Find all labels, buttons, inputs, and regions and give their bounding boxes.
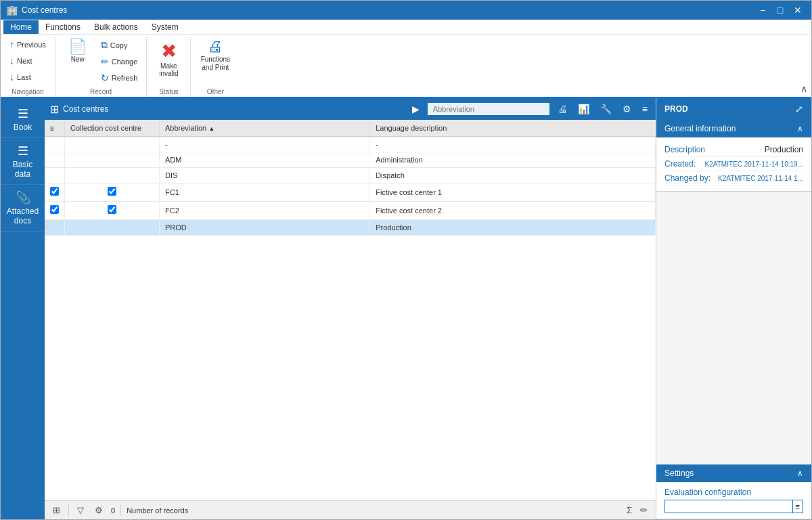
sidebar-item-basic-data[interactable]: ☰ Basic data (1, 138, 45, 185)
menu-bar: Home Functions Bulk actions System (1, 20, 811, 35)
changed-value: K2ATMITEC 2017-11-14 1... (718, 175, 803, 182)
change-button[interactable]: ✏ Change (97, 54, 141, 69)
ribbon-group-navigation: ↑ Previous ↓ Next ↓ Last Navigation (1, 37, 55, 97)
menu-item-functions[interactable]: Functions (39, 20, 87, 34)
col-abbreviation: FC2 (160, 202, 370, 220)
make-invalid-label: Make (160, 62, 177, 70)
col-language-desc: Dispatch (370, 168, 656, 183)
col-s (45, 220, 65, 236)
col-collection (65, 220, 160, 236)
col-s (45, 152, 65, 168)
refresh-icon: ↻ (101, 72, 109, 83)
previous-button[interactable]: ↑ Previous (6, 37, 49, 52)
col-header-language-desc[interactable]: Language description (370, 120, 656, 137)
chart-button[interactable]: 📊 (575, 102, 592, 116)
list-header: ⊞ Cost centres ▶ 🖨 📊 🔧 ⚙ ≡ (45, 98, 656, 120)
sidebar-attached-label: Attached (7, 207, 39, 216)
columns-button[interactable]: ⊞ (50, 504, 63, 517)
settings2-button[interactable]: ⚙ (92, 504, 106, 517)
table-row[interactable]: ADMAdministration (45, 152, 656, 168)
table-row[interactable]: -- (45, 137, 656, 152)
collection-checkbox[interactable] (108, 205, 116, 214)
col-header-collection[interactable]: Collection cost centre (65, 120, 160, 137)
table-row[interactable]: FC1Fictive cost center 1 (45, 183, 656, 202)
navigation-buttons: ↑ Previous ↓ Next ↓ Last (6, 37, 49, 85)
functions-print-button[interactable]: 🖨 Functionsand Print (196, 37, 234, 74)
col-language-desc: Administration (370, 152, 656, 168)
new-button[interactable]: 📄 New (61, 37, 95, 66)
col-abbreviation: DIS (160, 168, 370, 183)
ribbon-group-status: ✖ Make invalid Status (147, 37, 191, 97)
filter-count: 0 (111, 506, 115, 515)
col-header-s[interactable]: s (45, 120, 65, 137)
settings-title: Settings (664, 469, 694, 478)
maximize-button[interactable]: □ (772, 3, 788, 18)
new-icon: 📄 (68, 39, 87, 54)
record-buttons: 📄 New ⧉ Copy ✏ Change ↻ (61, 37, 141, 85)
table-row[interactable]: FC2Fictive cost center 2 (45, 202, 656, 220)
menu-button[interactable]: ≡ (639, 102, 650, 116)
col-header-abbreviation[interactable]: Abbreviation ▲ (160, 120, 370, 137)
col-abbreviation: - (160, 137, 370, 152)
right-panel-header: PROD ⤢ (656, 98, 811, 120)
col-s (45, 168, 65, 183)
change-label: Change (112, 58, 138, 66)
sidebar-item-book[interactable]: ☰ Book (1, 101, 45, 138)
copy-button[interactable]: ⧉ Copy (97, 37, 141, 53)
row-checkbox[interactable] (50, 205, 59, 214)
menu-item-bulk-actions[interactable]: Bulk actions (87, 20, 145, 34)
sidebar-book-label: Book (14, 123, 32, 132)
next-label: Next (17, 57, 32, 65)
refresh-button[interactable]: ↻ Refresh (97, 70, 141, 85)
minimize-button[interactable]: − (754, 3, 771, 18)
last-button[interactable]: ↓ Last (6, 70, 49, 85)
print-button[interactable]: 🖨 (555, 102, 570, 116)
sidebar: ☰ Book ☰ Basic data 📎 Attached docs (1, 98, 45, 519)
list-title-text: Cost centres (63, 104, 108, 114)
down-icon: ↓ (9, 56, 14, 66)
sidebar-basic-label: Basic (13, 160, 32, 169)
right-panel-expand[interactable]: ⤢ (795, 104, 803, 114)
table-row[interactable]: PRODProduction (45, 220, 656, 236)
list-title-icon: ⊞ (50, 103, 59, 116)
ribbon-collapse-button[interactable]: ∧ (796, 82, 811, 95)
window-controls: − □ ✕ (754, 3, 806, 18)
abbreviation-search[interactable] (428, 103, 549, 115)
collection-checkbox[interactable] (108, 187, 116, 196)
general-info-section: General information ∧ Description Produc… (656, 120, 811, 192)
created-row: Created: K2ATMITEC 2017-11-14 10:19... (664, 157, 803, 171)
row-checkbox[interactable] (50, 187, 59, 196)
col-language-desc: Production (370, 220, 656, 236)
sidebar-item-attached-docs[interactable]: 📎 Attached docs (1, 185, 45, 232)
eval-config-input[interactable] (664, 500, 793, 513)
tools-button[interactable]: 🔧 (597, 102, 614, 116)
record-col: ⧉ Copy ✏ Change ↻ Refresh (97, 37, 141, 85)
eval-config-menu-btn[interactable]: ≡ (793, 500, 803, 513)
general-info-header[interactable]: General information ∧ (656, 120, 811, 137)
ribbon: ↑ Previous ↓ Next ↓ Last Navigation (1, 35, 811, 98)
filter-button[interactable]: ▽ (74, 504, 87, 517)
list-title: ⊞ Cost centres (50, 103, 404, 116)
changed-label: Changed by: (664, 173, 710, 183)
eval-config-label: Evaluation configuration (664, 488, 803, 497)
make-invalid-button[interactable]: ✖ Make invalid (152, 37, 185, 80)
menu-item-system[interactable]: System (145, 20, 185, 34)
cost-centres-table: s Collection cost centre Abbreviation ▲ … (45, 120, 656, 236)
settings-button[interactable]: ⚙ (620, 102, 634, 116)
edit-mode-button[interactable]: ✏ (637, 504, 650, 517)
records-label: Number of records (127, 506, 188, 515)
description-label: Description (664, 145, 705, 154)
next-button[interactable]: ↓ Next (6, 53, 49, 68)
created-value: K2ATMITEC 2017-11-14 10:19... (705, 160, 803, 168)
close-button[interactable]: ✕ (790, 3, 806, 18)
col-collection (65, 183, 160, 202)
list-nav-button[interactable]: ▶ (409, 102, 422, 116)
table-row[interactable]: DISDispatch (45, 168, 656, 183)
book-icon: ☰ (18, 106, 28, 121)
menu-item-home[interactable]: Home (3, 20, 39, 34)
col-language-desc: - (370, 137, 656, 152)
change-icon: ✏ (101, 56, 109, 67)
general-info-collapse: ∧ (797, 124, 803, 133)
sigma-button[interactable]: Σ (624, 504, 635, 517)
settings-header[interactable]: Settings ∧ (656, 464, 811, 482)
